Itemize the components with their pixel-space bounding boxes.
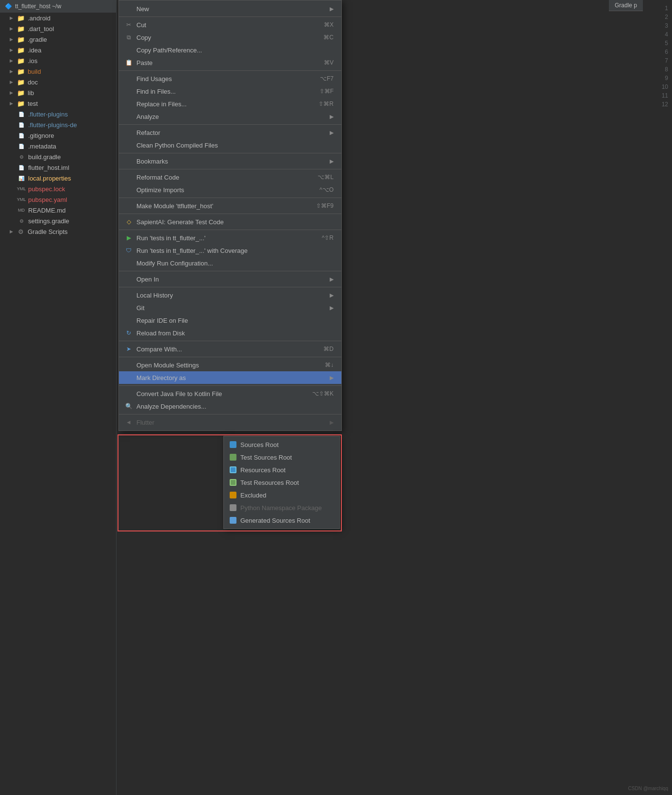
sidebar-item-metadata[interactable]: 📄 .metadata [0,141,116,151]
folder-icon: 📁 [17,67,25,75]
sidebar-item-pubspec-lock[interactable]: YML pubspec.lock [0,183,116,194]
menu-item-label: Paste [136,59,152,66]
menu-item-label: Analyze [136,113,159,120]
submenu-item-sources-root[interactable]: Sources Root [224,438,339,451]
sidebar-item-label: .ios [28,57,37,65]
sidebar-item-label: .gitignore [28,132,54,139]
line-num-2: 2 [643,13,672,21]
menu-item-paste[interactable]: 📋 Paste ⌘V [119,56,341,69]
menu-item-analyze-deps[interactable]: 🔍 Analyze Dependencies... [119,400,341,413]
folder-icon: 📁 [17,99,25,107]
menu-separator [119,385,341,386]
menu-item-copy-path[interactable]: Copy Path/Reference... [119,44,341,56]
submenu-item-python-namespace[interactable]: Python Namespace Package [224,501,339,514]
submenu-item-generated-sources-root[interactable]: Generated Sources Root [224,514,339,527]
menu-item-copy[interactable]: ⧉ Copy ⌘C [119,31,341,44]
sidebar-item-local-properties[interactable]: 📊 local.properties [0,173,116,183]
menu-item-refactor[interactable]: Refactor ▶ [119,126,341,139]
menu-item-git[interactable]: Git ▶ [119,301,341,314]
sidebar-project-icon: 🔷 [5,3,12,10]
menu-item-label: Refactor [136,129,160,136]
sources-root-icon [230,441,236,448]
sidebar-item-android[interactable]: ▶ 📁 .android [0,13,116,23]
menu-item-repair-ide[interactable]: Repair IDE on File [119,314,341,327]
menu-item-find-in-files[interactable]: Find in Files... ⇧⌘F [119,85,341,98]
menu-item-label: Git [136,304,145,312]
submenu-item-label: Test Resources Root [240,479,299,486]
shortcut-label: ⌥⌘L [318,174,334,181]
menu-item-replace-in-files[interactable]: Replace in Files... ⇧⌘R [119,98,341,110]
menu-item-new[interactable]: New ▶ [119,2,341,15]
submenu-item-test-sources-root[interactable]: Test Sources Root [224,451,339,464]
menu-item-reformat-code[interactable]: Reformat Code ⌥⌘L [119,171,341,183]
sidebar-item-build[interactable]: ▶ 📁 build [0,66,116,77]
sidebar-item-gitignore[interactable]: 📄 .gitignore [0,130,116,141]
menu-item-label: Copy [136,34,151,41]
menu-separator [119,214,341,214]
menu-item-make-module[interactable]: Make Module 'ttflutter_host' ⇧⌘F9 [119,199,341,212]
sidebar-item-lib[interactable]: ▶ 📁 lib [0,87,116,98]
submenu-arrow-icon: ▶ [330,158,334,165]
menu-item-clean-python[interactable]: Clean Python Compiled Files [119,139,341,151]
sidebar-item-dart-tool[interactable]: ▶ 📁 .dart_tool [0,23,116,34]
sidebar-item-idea[interactable]: ▶ 📁 .idea [0,45,116,55]
menu-item-label: Mark Directory as [136,374,186,381]
reload-icon: ↻ [125,329,133,337]
sidebar-item-ios[interactable]: ▶ 📁 .ios [0,55,116,66]
menu-item-label: Convert Java File to Kotlin File [136,390,222,398]
sidebar-item-flutter-plugins[interactable]: 📄 .flutter-plugins [0,109,116,119]
copy-icon: ⧉ [125,33,133,41]
menu-item-local-history[interactable]: Local History ▶ [119,289,341,301]
sidebar-item-label: lib [28,89,34,97]
submenu-item-label: Resources Root [240,466,286,474]
sidebar-item-test[interactable]: ▶ 📁 test [0,98,116,109]
menu-item-open-in[interactable]: Open In ▶ [119,273,341,285]
menu-separator [119,17,341,17]
sidebar-item-gradle[interactable]: ▶ 📁 .gradle [0,34,116,45]
sidebar-item-doc[interactable]: ▶ 📁 doc [0,77,116,87]
menu-item-modify-run[interactable]: Modify Run Configuration... [119,257,341,269]
menu-item-run-tests[interactable]: ▶ Run 'tests in tt_flutter_...' ^⇧R [119,232,341,244]
menu-item-cut[interactable]: ✂ Cut ⌘X [119,18,341,31]
file-icon: 📄 [17,132,25,139]
sidebar-item-settings-gradle[interactable]: ⚙ settings.gradle [0,215,116,226]
submenu-item-label: Python Namespace Package [240,504,322,512]
menu-item-mark-directory[interactable]: Mark Directory as ▶ [119,371,341,384]
menu-item-optimize-imports[interactable]: Optimize Imports ^⌥O [119,183,341,196]
menu-item-compare-with[interactable]: ➤ Compare With... ⌘D [119,343,341,355]
sidebar-item-label: .android [28,15,50,22]
sidebar-item-flutter-plugins-de[interactable]: 📄 .flutter-plugins-de [0,119,116,130]
sidebar-item-label: pubspec.yaml [28,196,67,203]
open-in-icon [125,275,133,283]
menu-item-reload-disk[interactable]: ↻ Reload from Disk [119,327,341,339]
sidebar-item-gradle-scripts[interactable]: ▶ ⚙ Gradle Scripts [0,226,116,237]
menu-item-open-module-settings[interactable]: Open Module Settings ⌘↓ [119,359,341,371]
python-namespace-icon [230,504,236,511]
submenu-item-resources-root[interactable]: Resources Root [224,464,339,476]
menu-item-analyze[interactable]: Analyze ▶ [119,110,341,123]
submenu-arrow-icon: ▶ [330,419,334,426]
menu-item-run-tests-coverage[interactable]: 🛡 Run 'tests in tt_flutter_...' with Cov… [119,244,341,257]
submenu-item-label: Sources Root [240,441,279,448]
sidebar-item-pubspec-yaml[interactable]: YML pubspec.yaml [0,194,116,205]
line-num-6: 6 [643,48,672,56]
submenu-item-test-resources-root[interactable]: Test Resources Root [224,476,339,489]
shortcut-label: ⇧⌘R [319,100,334,107]
generated-sources-icon [230,517,236,524]
menu-item-flutter[interactable]: ◄ Flutter ▶ [119,416,341,429]
menu-item-find-usages[interactable]: Find Usages ⌥F7 [119,72,341,85]
submenu-item-excluded[interactable]: Excluded [224,489,339,501]
repair-icon [125,316,133,324]
copy-path-icon [125,46,133,54]
menu-item-bookmarks[interactable]: Bookmarks ▶ [119,155,341,167]
menu-item-convert-java[interactable]: Convert Java File to Kotlin File ⌥⇧⌘K [119,387,341,400]
menu-item-label: Run 'tests in tt_flutter_...' [136,234,205,242]
chevron-icon: ▶ [10,80,13,84]
file-icon: ⚙ [17,153,25,161]
sidebar-item-flutter-host-iml[interactable]: 📄 flutter_host.iml [0,162,116,173]
menu-item-label: Analyze Dependencies... [136,403,206,410]
menu-item-sapient-ai[interactable]: ◇ SapientAI: Generate Test Code [119,215,341,228]
menu-item-label: Repair IDE on File [136,317,188,324]
sidebar-item-build-gradle[interactable]: ⚙ build.gradle [0,151,116,162]
sidebar-item-readme-md[interactable]: MD README.md [0,205,116,215]
